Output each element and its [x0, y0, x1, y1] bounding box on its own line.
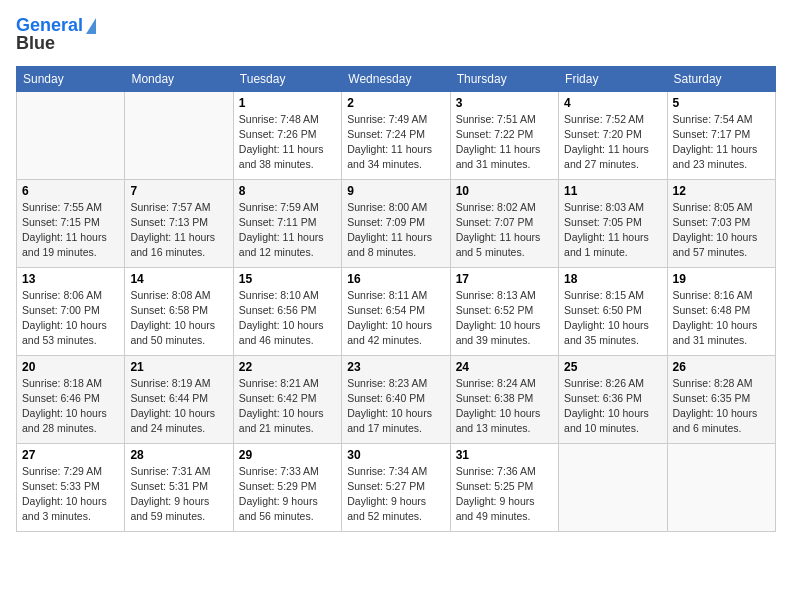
- calendar-cell: 10 Sunrise: 8:02 AM Sunset: 7:07 PM Dayl…: [450, 179, 558, 267]
- day-number: 3: [456, 96, 553, 110]
- daylight-text: Daylight: 10 hours and 35 minutes.: [564, 319, 649, 346]
- daylight-text: Daylight: 11 hours and 27 minutes.: [564, 143, 649, 170]
- sunset-text: Sunset: 6:52 PM: [456, 304, 534, 316]
- day-number: 12: [673, 184, 770, 198]
- sunrise-text: Sunrise: 8:15 AM: [564, 289, 644, 301]
- day-number: 13: [22, 272, 119, 286]
- calendar-cell: [667, 443, 775, 531]
- daylight-text: Daylight: 11 hours and 23 minutes.: [673, 143, 758, 170]
- daylight-text: Daylight: 11 hours and 16 minutes.: [130, 231, 215, 258]
- sunrise-text: Sunrise: 8:28 AM: [673, 377, 753, 389]
- cell-info: Sunrise: 8:16 AM Sunset: 6:48 PM Dayligh…: [673, 288, 770, 349]
- weekday-header-saturday: Saturday: [667, 66, 775, 91]
- day-number: 29: [239, 448, 336, 462]
- sunrise-text: Sunrise: 7:48 AM: [239, 113, 319, 125]
- calendar-week-3: 13 Sunrise: 8:06 AM Sunset: 7:00 PM Dayl…: [17, 267, 776, 355]
- daylight-text: Daylight: 9 hours and 52 minutes.: [347, 495, 426, 522]
- sunset-text: Sunset: 6:54 PM: [347, 304, 425, 316]
- calendar-cell: 12 Sunrise: 8:05 AM Sunset: 7:03 PM Dayl…: [667, 179, 775, 267]
- sunset-text: Sunset: 7:24 PM: [347, 128, 425, 140]
- calendar-cell: 22 Sunrise: 8:21 AM Sunset: 6:42 PM Dayl…: [233, 355, 341, 443]
- day-number: 31: [456, 448, 553, 462]
- daylight-text: Daylight: 11 hours and 1 minute.: [564, 231, 649, 258]
- day-number: 24: [456, 360, 553, 374]
- sunset-text: Sunset: 5:31 PM: [130, 480, 208, 492]
- sunrise-text: Sunrise: 7:36 AM: [456, 465, 536, 477]
- day-number: 10: [456, 184, 553, 198]
- sunrise-text: Sunrise: 7:51 AM: [456, 113, 536, 125]
- sunset-text: Sunset: 6:58 PM: [130, 304, 208, 316]
- cell-info: Sunrise: 7:48 AM Sunset: 7:26 PM Dayligh…: [239, 112, 336, 173]
- day-number: 6: [22, 184, 119, 198]
- sunset-text: Sunset: 5:27 PM: [347, 480, 425, 492]
- sunrise-text: Sunrise: 7:33 AM: [239, 465, 319, 477]
- daylight-text: Daylight: 9 hours and 59 minutes.: [130, 495, 209, 522]
- sunrise-text: Sunrise: 7:54 AM: [673, 113, 753, 125]
- weekday-header-thursday: Thursday: [450, 66, 558, 91]
- calendar-cell: 23 Sunrise: 8:23 AM Sunset: 6:40 PM Dayl…: [342, 355, 450, 443]
- cell-info: Sunrise: 7:31 AM Sunset: 5:31 PM Dayligh…: [130, 464, 227, 525]
- cell-info: Sunrise: 8:03 AM Sunset: 7:05 PM Dayligh…: [564, 200, 661, 261]
- sunrise-text: Sunrise: 7:29 AM: [22, 465, 102, 477]
- daylight-text: Daylight: 10 hours and 6 minutes.: [673, 407, 758, 434]
- daylight-text: Daylight: 10 hours and 13 minutes.: [456, 407, 541, 434]
- calendar-cell: 7 Sunrise: 7:57 AM Sunset: 7:13 PM Dayli…: [125, 179, 233, 267]
- sunset-text: Sunset: 7:22 PM: [456, 128, 534, 140]
- weekday-header-monday: Monday: [125, 66, 233, 91]
- sunrise-text: Sunrise: 8:00 AM: [347, 201, 427, 213]
- cell-info: Sunrise: 8:06 AM Sunset: 7:00 PM Dayligh…: [22, 288, 119, 349]
- daylight-text: Daylight: 9 hours and 49 minutes.: [456, 495, 535, 522]
- cell-info: Sunrise: 7:49 AM Sunset: 7:24 PM Dayligh…: [347, 112, 444, 173]
- sunrise-text: Sunrise: 7:34 AM: [347, 465, 427, 477]
- daylight-text: Daylight: 10 hours and 46 minutes.: [239, 319, 324, 346]
- calendar-week-4: 20 Sunrise: 8:18 AM Sunset: 6:46 PM Dayl…: [17, 355, 776, 443]
- calendar-cell: 8 Sunrise: 7:59 AM Sunset: 7:11 PM Dayli…: [233, 179, 341, 267]
- day-number: 25: [564, 360, 661, 374]
- day-number: 30: [347, 448, 444, 462]
- calendar-cell: [125, 91, 233, 179]
- cell-info: Sunrise: 8:05 AM Sunset: 7:03 PM Dayligh…: [673, 200, 770, 261]
- day-number: 8: [239, 184, 336, 198]
- cell-info: Sunrise: 7:33 AM Sunset: 5:29 PM Dayligh…: [239, 464, 336, 525]
- sunrise-text: Sunrise: 8:26 AM: [564, 377, 644, 389]
- sunset-text: Sunset: 5:29 PM: [239, 480, 317, 492]
- cell-info: Sunrise: 8:26 AM Sunset: 6:36 PM Dayligh…: [564, 376, 661, 437]
- calendar-cell: 18 Sunrise: 8:15 AM Sunset: 6:50 PM Dayl…: [559, 267, 667, 355]
- sunset-text: Sunset: 6:56 PM: [239, 304, 317, 316]
- sunset-text: Sunset: 6:42 PM: [239, 392, 317, 404]
- daylight-text: Daylight: 10 hours and 31 minutes.: [673, 319, 758, 346]
- sunrise-text: Sunrise: 7:49 AM: [347, 113, 427, 125]
- cell-info: Sunrise: 7:29 AM Sunset: 5:33 PM Dayligh…: [22, 464, 119, 525]
- day-number: 15: [239, 272, 336, 286]
- sunset-text: Sunset: 7:09 PM: [347, 216, 425, 228]
- sunrise-text: Sunrise: 8:03 AM: [564, 201, 644, 213]
- sunrise-text: Sunrise: 8:23 AM: [347, 377, 427, 389]
- calendar-cell: 27 Sunrise: 7:29 AM Sunset: 5:33 PM Dayl…: [17, 443, 125, 531]
- sunset-text: Sunset: 6:36 PM: [564, 392, 642, 404]
- cell-info: Sunrise: 8:28 AM Sunset: 6:35 PM Dayligh…: [673, 376, 770, 437]
- calendar-cell: 3 Sunrise: 7:51 AM Sunset: 7:22 PM Dayli…: [450, 91, 558, 179]
- day-number: 11: [564, 184, 661, 198]
- day-number: 7: [130, 184, 227, 198]
- cell-info: Sunrise: 8:18 AM Sunset: 6:46 PM Dayligh…: [22, 376, 119, 437]
- daylight-text: Daylight: 11 hours and 12 minutes.: [239, 231, 324, 258]
- sunrise-text: Sunrise: 8:06 AM: [22, 289, 102, 301]
- sunrise-text: Sunrise: 8:21 AM: [239, 377, 319, 389]
- sunset-text: Sunset: 7:03 PM: [673, 216, 751, 228]
- calendar-week-2: 6 Sunrise: 7:55 AM Sunset: 7:15 PM Dayli…: [17, 179, 776, 267]
- calendar-week-5: 27 Sunrise: 7:29 AM Sunset: 5:33 PM Dayl…: [17, 443, 776, 531]
- calendar-cell: 13 Sunrise: 8:06 AM Sunset: 7:00 PM Dayl…: [17, 267, 125, 355]
- sunset-text: Sunset: 5:33 PM: [22, 480, 100, 492]
- cell-info: Sunrise: 8:19 AM Sunset: 6:44 PM Dayligh…: [130, 376, 227, 437]
- calendar-cell: [17, 91, 125, 179]
- sunrise-text: Sunrise: 8:08 AM: [130, 289, 210, 301]
- day-number: 16: [347, 272, 444, 286]
- sunset-text: Sunset: 7:26 PM: [239, 128, 317, 140]
- logo-text-blue: Blue: [16, 34, 96, 54]
- cell-info: Sunrise: 7:54 AM Sunset: 7:17 PM Dayligh…: [673, 112, 770, 173]
- weekday-header-friday: Friday: [559, 66, 667, 91]
- sunset-text: Sunset: 6:50 PM: [564, 304, 642, 316]
- page-header: General Blue: [16, 16, 776, 54]
- cell-info: Sunrise: 8:00 AM Sunset: 7:09 PM Dayligh…: [347, 200, 444, 261]
- calendar-cell: 28 Sunrise: 7:31 AM Sunset: 5:31 PM Dayl…: [125, 443, 233, 531]
